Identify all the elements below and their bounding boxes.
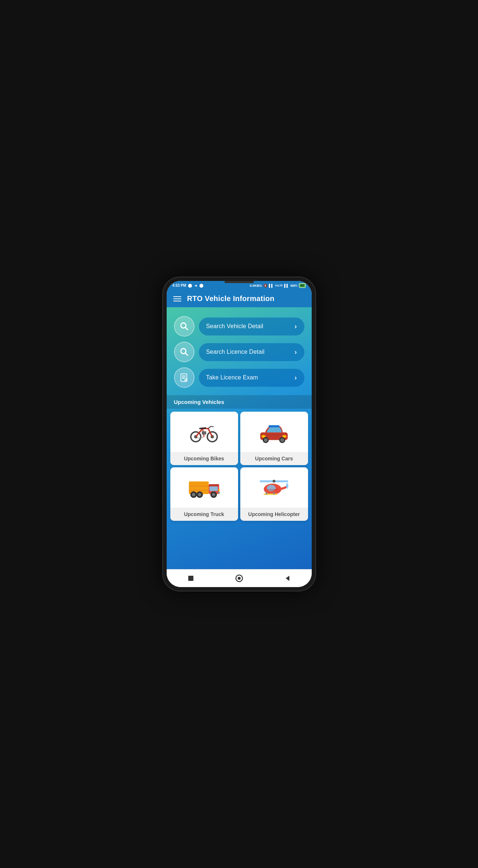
svg-point-23 [265, 439, 267, 441]
chevron-right-icon-2: › [294, 348, 297, 356]
svg-point-37 [192, 493, 195, 496]
hamburger-line-1 [173, 296, 181, 297]
svg-point-39 [198, 493, 201, 496]
upcoming-vehicles-section: Upcoming Vehicles [167, 395, 312, 527]
signal-icon: ▌▌ [269, 284, 274, 288]
vehicles-grid: Upcoming Bikes [167, 409, 312, 527]
svg-rect-16 [268, 425, 279, 427]
upcoming-vehicles-header: Upcoming Vehicles [167, 395, 312, 409]
vehicle-card-bikes[interactable]: Upcoming Bikes [170, 412, 238, 465]
search-licence-row: Search Licence Detail › [174, 342, 304, 362]
helicopter-image-area [240, 467, 308, 508]
location-icon: ◄ [194, 283, 197, 288]
upcoming-vehicles-title: Upcoming Vehicles [174, 399, 225, 405]
circle-icon: ⬤ [188, 283, 192, 288]
chevron-right-icon-1: › [294, 323, 297, 330]
car-image-area [240, 412, 308, 452]
take-exam-button[interactable]: Take Licence Exam › [199, 369, 304, 387]
truck-illustration [188, 475, 221, 500]
bike-illustration [188, 419, 221, 445]
volte-icon: VoLTE [275, 284, 283, 287]
vehicle-card-truck[interactable]: Upcoming Truck [170, 467, 238, 521]
status-left: 4:53 PM ⬤ ◄ ⬤ [173, 283, 204, 288]
truck-label: Upcoming Truck [170, 508, 238, 521]
helicopter-illustration [257, 475, 290, 500]
hamburger-menu-button[interactable] [173, 296, 181, 301]
helicopter-label: Upcoming Helicopter [240, 508, 308, 521]
wifi-icon: WiFi [290, 284, 297, 288]
home-button[interactable] [234, 573, 244, 583]
search-licence-button[interactable]: Search Licence Detail › [199, 343, 304, 361]
vehicle-card-helicopter[interactable]: Upcoming Helicopter [240, 467, 308, 521]
svg-point-18 [262, 435, 265, 437]
stop-button[interactable] [186, 573, 196, 583]
svg-marker-54 [286, 576, 289, 581]
hamburger-line-2 [173, 298, 181, 299]
svg-rect-34 [218, 492, 220, 494]
phone-frame: 4:53 PM ⬤ ◄ ⬤ 0.0KB/s 🔇 ▌▌ VoLTE ▌▌ WiFi… [162, 277, 316, 591]
home-icon [235, 574, 243, 582]
back-icon [284, 575, 291, 582]
back-button[interactable] [282, 573, 293, 583]
svg-point-20 [283, 435, 286, 437]
svg-line-3 [185, 353, 187, 355]
svg-rect-14 [202, 431, 206, 435]
vehicle-card-cars[interactable]: Upcoming Cars [240, 412, 308, 465]
main-content: Search Vehicle Detail › Search Licence D… [167, 307, 312, 569]
network-speed: 0.0KB/s [250, 284, 262, 288]
svg-rect-42 [260, 481, 274, 482]
take-exam-icon-circle[interactable]: ✓ [174, 367, 194, 388]
stop-icon [187, 575, 194, 582]
svg-rect-27 [260, 435, 288, 435]
truck-image-area [170, 467, 238, 508]
status-time: 4:53 PM [173, 283, 186, 288]
mute-icon: 🔇 [263, 284, 267, 288]
app-header: RTO Vehicle Information [167, 290, 312, 307]
nav-bar [167, 569, 312, 587]
svg-point-26 [281, 439, 283, 441]
search-vehicle-button[interactable]: Search Vehicle Detail › [199, 318, 304, 335]
svg-rect-49 [266, 492, 267, 495]
hamburger-line-3 [173, 301, 181, 301]
search-vehicle-icon-circle[interactable] [174, 316, 194, 337]
svg-rect-50 [273, 492, 275, 495]
svg-point-44 [273, 480, 275, 483]
battery-icon: 85 [299, 283, 306, 288]
cars-label: Upcoming Cars [240, 452, 308, 465]
svg-rect-48 [264, 494, 278, 495]
phone-notch [225, 281, 254, 283]
search-vehicle-label: Search Vehicle Detail [206, 323, 263, 330]
signal2-icon: ▌▌ [284, 284, 289, 288]
svg-point-47 [286, 483, 288, 489]
search-icon-1 [179, 321, 189, 331]
exam-icon: ✓ [179, 372, 189, 383]
take-exam-row: ✓ Take Licence Exam › [174, 367, 304, 388]
svg-rect-51 [188, 576, 193, 581]
svg-point-41 [212, 493, 215, 496]
svg-rect-35 [218, 489, 220, 491]
svg-rect-33 [209, 484, 219, 486]
search-licence-icon-circle[interactable] [174, 342, 194, 362]
svg-rect-32 [210, 486, 218, 491]
take-exam-label: Take Licence Exam [206, 374, 258, 381]
bike-image-area [170, 412, 238, 452]
svg-text:✓: ✓ [185, 379, 186, 381]
chevron-right-icon-3: › [294, 374, 297, 382]
car-illustration [257, 419, 290, 445]
svg-line-1 [185, 327, 187, 330]
svg-rect-43 [274, 481, 288, 482]
svg-point-53 [238, 577, 241, 580]
circle2-icon: ⬤ [199, 283, 203, 288]
actions-section: Search Vehicle Detail › Search Licence D… [167, 307, 312, 394]
app-title: RTO Vehicle Information [187, 294, 275, 303]
search-licence-label: Search Licence Detail [206, 349, 265, 355]
bikes-label: Upcoming Bikes [170, 452, 238, 465]
phone-screen: 4:53 PM ⬤ ◄ ⬤ 0.0KB/s 🔇 ▌▌ VoLTE ▌▌ WiFi… [167, 281, 312, 587]
status-right: 0.0KB/s 🔇 ▌▌ VoLTE ▌▌ WiFi 85 [250, 283, 306, 288]
search-vehicle-row: Search Vehicle Detail › [174, 316, 304, 337]
search-icon-2 [179, 347, 189, 357]
